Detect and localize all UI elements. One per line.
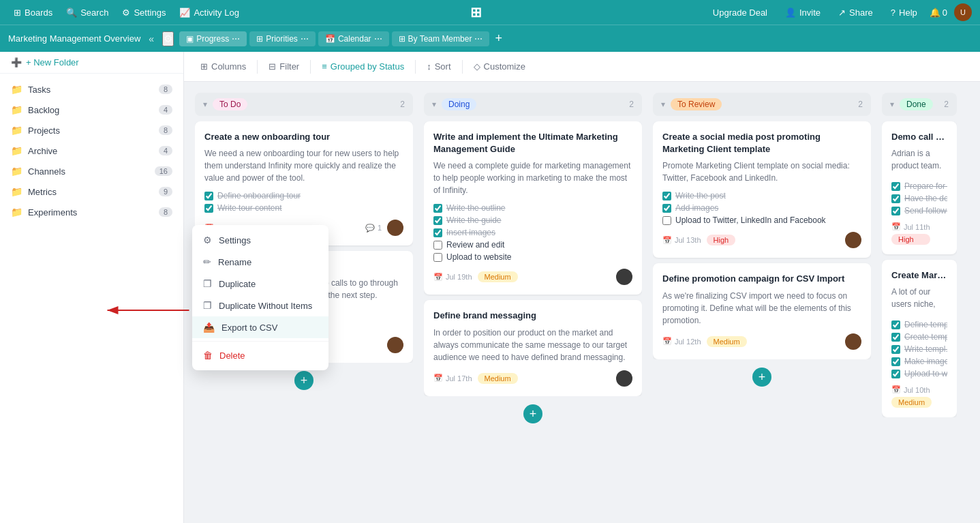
comment-icon: 💬 bbox=[365, 224, 375, 233]
tab-progress[interactable]: ▣ Progress ⋯ bbox=[179, 31, 247, 46]
tab-priorities[interactable]: ⊞ Priorities ⋯ bbox=[249, 31, 316, 46]
card-title: Define promotion campaign for CSV Import bbox=[662, 273, 861, 285]
date-text: Jul 13th bbox=[675, 236, 701, 244]
customize-label: Customize bbox=[484, 61, 525, 72]
sidebar-item-metrics[interactable]: 📁 Metrics 9 bbox=[0, 181, 183, 202]
checklist-checkbox[interactable] bbox=[204, 192, 213, 200]
context-menu-duplicate[interactable]: ❐ Duplicate bbox=[192, 273, 328, 295]
review-collapse-icon[interactable]: ▾ bbox=[661, 100, 665, 109]
checklist-checkbox[interactable] bbox=[891, 357, 900, 366]
upgrade-deal-button[interactable]: Upgrade Deal bbox=[707, 5, 773, 20]
filter-button[interactable]: ⊟ Filter bbox=[263, 59, 305, 74]
sidebar-item-projects[interactable]: 📁 Projects 8 bbox=[0, 120, 183, 140]
checklist-item: Write tour content bbox=[204, 203, 403, 213]
card-date: 📅 Jul 11th bbox=[891, 222, 930, 231]
sidebar-item-tasks[interactable]: 📁 Tasks 8 bbox=[0, 79, 183, 100]
checklist-checkbox[interactable] bbox=[204, 204, 213, 213]
checklist-text: Add images bbox=[675, 203, 718, 213]
checklist-checkbox[interactable] bbox=[433, 228, 442, 237]
backlog-count: 4 bbox=[159, 105, 172, 115]
checklist-checkbox[interactable] bbox=[433, 241, 442, 250]
help-label: Help bbox=[899, 8, 917, 18]
context-menu-rename[interactable]: ✏ Rename bbox=[192, 251, 328, 273]
nav-right: Upgrade Deal 👤 Invite ↗ Share ? Help 🔔 0… bbox=[707, 3, 972, 21]
sidebar-item-channels[interactable]: 📁 Channels 16 bbox=[0, 161, 183, 181]
settings-label: Settings bbox=[134, 8, 166, 18]
checklist-checkbox[interactable] bbox=[433, 253, 442, 262]
comment-count: 1 bbox=[378, 224, 382, 232]
context-menu-duplicate-no-items[interactable]: ❐ Duplicate Without Items bbox=[192, 295, 328, 316]
columns-button[interactable]: ⊞ Columns bbox=[195, 59, 251, 74]
sidebar-item-experiments[interactable]: 📁 Experiments 8 bbox=[0, 202, 183, 222]
tasks-count: 8 bbox=[159, 85, 172, 94]
checklist-checkbox[interactable] bbox=[662, 204, 671, 213]
checklist-item: Write the post bbox=[662, 191, 861, 200]
sidebar-item-backlog[interactable]: 📁 Backlog 4 bbox=[0, 100, 183, 120]
card-priority: High bbox=[891, 234, 930, 245]
context-menu-delete[interactable]: 🗑 Delete bbox=[192, 344, 328, 366]
toolbar-divider-2 bbox=[310, 60, 311, 74]
todo-collapse-icon[interactable]: ▾ bbox=[203, 100, 207, 109]
checklist-checkbox[interactable] bbox=[891, 345, 900, 354]
card-date: 📅 Jul 17th bbox=[433, 374, 472, 383]
channels-label: Channels bbox=[28, 166, 65, 177]
share-button[interactable]: ↗ Share bbox=[833, 5, 878, 20]
column-header-todo: ▾ To Do 2 bbox=[195, 93, 413, 116]
user-avatar[interactable]: U bbox=[954, 3, 972, 21]
add-todo-card-button[interactable]: + bbox=[294, 371, 313, 390]
grouped-by-status-button[interactable]: ≡ Grouped by Status bbox=[316, 59, 410, 74]
checklist-checkbox[interactable] bbox=[891, 370, 900, 378]
calendar-icon: 📅 bbox=[662, 236, 672, 245]
checklist-checkbox[interactable] bbox=[891, 333, 900, 342]
add-doing-card-button[interactable]: + bbox=[523, 404, 542, 423]
card-avatar bbox=[387, 337, 403, 353]
checklist-item: Define onboarding tour bbox=[204, 191, 403, 200]
checklist-checkbox[interactable] bbox=[433, 216, 442, 225]
activity-log-button[interactable]: 📈 Activity Log bbox=[174, 5, 244, 20]
invite-label: Invite bbox=[799, 8, 821, 18]
new-folder-button[interactable]: ➕ + New Folder bbox=[0, 52, 183, 74]
context-menu-export-csv[interactable]: 📤 Export to CSV bbox=[192, 316, 328, 338]
sidebar-item-archive[interactable]: 📁 Archive 4 bbox=[0, 140, 183, 161]
sort-button[interactable]: ↕ Sort bbox=[421, 59, 456, 74]
checklist-checkbox[interactable] bbox=[662, 216, 671, 225]
card-checklist: Write the post Add images Upload to Twit… bbox=[662, 191, 861, 225]
invite-button[interactable]: 👤 Invite bbox=[780, 5, 826, 20]
notifications-button[interactable]: 🔔 0 bbox=[930, 8, 947, 18]
duplicate-no-items-menu-icon: ❐ bbox=[203, 300, 212, 311]
workspace-title: Marketing Management Overview bbox=[8, 33, 140, 44]
projects-folder-icon: 📁 bbox=[11, 125, 22, 136]
backlog-folder-icon: 📁 bbox=[11, 104, 22, 115]
checklist-checkbox[interactable] bbox=[891, 182, 900, 191]
doing-collapse-icon[interactable]: ▾ bbox=[432, 100, 436, 109]
settings-menu-icon: ⚙ bbox=[203, 235, 212, 245]
checklist-text: Upload to Twitter, LinkedIn and Facebook bbox=[675, 215, 826, 225]
boards-button[interactable]: ⊞ Boards bbox=[8, 5, 58, 20]
checklist-checkbox[interactable] bbox=[662, 192, 671, 200]
search-button[interactable]: 🔍 Search bbox=[61, 5, 114, 20]
tab-calendar[interactable]: 📅 Calendar ⋯ bbox=[318, 31, 389, 46]
checklist-item: Insert images bbox=[433, 228, 632, 237]
checklist-checkbox[interactable] bbox=[891, 320, 900, 329]
done-collapse-icon[interactable]: ▾ bbox=[890, 100, 894, 109]
add-review-card-button[interactable]: + bbox=[752, 368, 771, 387]
settings-button[interactable]: ⚙ Settings bbox=[117, 5, 171, 20]
collapse-sidebar-button[interactable]: « bbox=[146, 32, 157, 46]
tab-by-team-member[interactable]: ⊞ By Team Member ⋯ bbox=[392, 31, 490, 46]
metrics-label: Metrics bbox=[28, 187, 57, 197]
view-tabs: ▣ Progress ⋯ ⊞ Priorities ⋯ 📅 Calendar ⋯… bbox=[179, 31, 972, 46]
card-title: Define brand messaging bbox=[433, 310, 632, 322]
workspace-settings-button[interactable]: ⚙ bbox=[162, 31, 174, 46]
checklist-checkbox[interactable] bbox=[891, 207, 900, 215]
context-menu-settings[interactable]: ⚙ Settings bbox=[192, 229, 328, 251]
checklist-item: Write the guide bbox=[433, 215, 632, 225]
toolbar: ⊞ Columns ⊟ Filter ≡ Grouped by Status ↕… bbox=[184, 52, 980, 82]
add-view-button[interactable]: + bbox=[492, 31, 505, 46]
priorities-icon: ⊞ bbox=[256, 34, 263, 44]
tab-calendar-more: ⋯ bbox=[374, 34, 382, 44]
checklist-checkbox[interactable] bbox=[433, 204, 442, 213]
help-button[interactable]: ? Help bbox=[885, 5, 923, 20]
checklist-checkbox[interactable] bbox=[891, 194, 900, 203]
card-title: Write and implement the Ultimate Marketi… bbox=[433, 131, 632, 155]
customize-button[interactable]: ◇ Customize bbox=[468, 59, 531, 74]
